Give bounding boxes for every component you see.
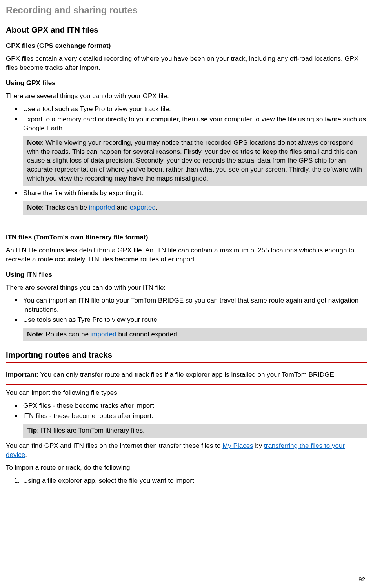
itn-description: An ITN file contains less detail than a … (6, 246, 367, 264)
import-steps-intro: To import a route or track, do the follo… (6, 464, 367, 473)
gpx-description: GPX files contain a very detailed record… (6, 55, 367, 73)
gpx-bullet-list-2: Share the file with friends by exporting… (6, 189, 367, 198)
list-item: Use tools such as Tyre Pro to view your … (22, 316, 367, 325)
list-item: You can import an ITN file onto your Tom… (22, 296, 367, 314)
note-text: . (156, 204, 158, 211)
tip-text: : ITN files are TomTom itinerary files. (37, 427, 145, 434)
heading-gpx-files: GPX files (GPS exchange format) (6, 42, 367, 51)
note-text: but cannot exported. (116, 331, 179, 338)
heading-itn-files: ITN files (TomTom's own Itinerary file f… (6, 233, 367, 242)
divider (6, 384, 367, 385)
note-text: and (115, 204, 130, 211)
import-steps-list: Using a file explorer app, select the fi… (6, 477, 367, 486)
heading-importing-routes-tracks: Importing routes and tracks (6, 349, 367, 363)
list-item: Share the file with friends by exporting… (22, 189, 367, 198)
list-item: Using a file explorer app, select the fi… (22, 477, 367, 486)
note-label: Note (27, 204, 42, 211)
import-types-list: GPX files - these become tracks after im… (6, 402, 367, 421)
note-label: Note (27, 331, 42, 338)
note-text: : Tracks can be (42, 204, 89, 211)
itn-using-intro: There are several things you can do with… (6, 283, 367, 292)
heading-using-itn: Using ITN files (6, 270, 367, 279)
text: by (253, 442, 264, 449)
list-item: Export to a memory card or directly to y… (22, 115, 367, 133)
link-exported[interactable]: exported (130, 204, 156, 211)
link-imported[interactable]: imported (89, 204, 115, 211)
list-item: Use a tool such as Tyre Pro to view your… (22, 105, 367, 114)
gpx-using-intro: There are several things you can do with… (6, 92, 367, 101)
important-block: Important: You can only transfer route a… (6, 369, 367, 381)
itn-bullet-list: You can import an ITN file onto your Tom… (6, 296, 367, 325)
link-imported[interactable]: imported (91, 331, 116, 338)
note-gps-precision: Note: While viewing your recording, you … (23, 136, 367, 186)
important-label: Important (6, 371, 36, 378)
heading-using-gpx: Using GPX files (6, 79, 367, 88)
note-text: : While viewing your recording, you may … (27, 139, 362, 183)
import-types-intro: You can import the following file types: (6, 389, 367, 398)
link-my-places[interactable]: My Places (222, 442, 253, 449)
tip-itn-files: Tip: ITN files are TomTom itinerary file… (23, 424, 367, 438)
heading-about-gpx-itn: About GPX and ITN files (6, 24, 367, 35)
text: You can find GPX and ITN files on the in… (6, 442, 222, 449)
find-files-paragraph: You can find GPX and ITN files on the in… (6, 442, 367, 460)
list-item: ITN files - these become routes after im… (22, 412, 367, 421)
note-text: : Routes can be (42, 331, 91, 338)
note-tracks-import-export: Note: Tracks can be imported and exporte… (23, 201, 367, 215)
tip-label: Tip (27, 427, 37, 434)
note-routes-import: Note: Routes can be imported but cannot … (23, 328, 367, 341)
page-title: Recording and sharing routes (6, 4, 367, 16)
important-text: : You can only transfer route and track … (36, 371, 336, 378)
list-item: GPX files - these become tracks after im… (22, 402, 367, 411)
note-label: Note (27, 139, 42, 146)
gpx-bullet-list: Use a tool such as Tyre Pro to view your… (6, 105, 367, 133)
text: . (25, 451, 27, 458)
